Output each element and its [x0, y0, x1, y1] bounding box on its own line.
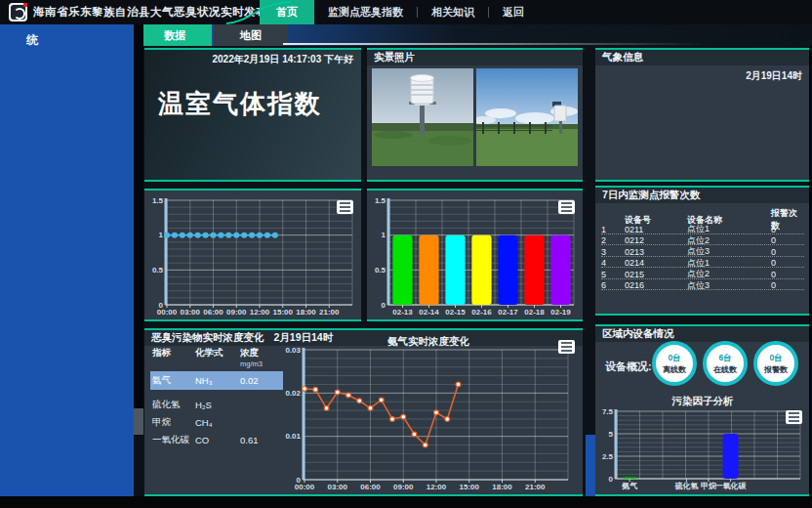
panel-greenhouse-index: 2022年2月19日 14:17:03 下午好 温室气体指数 — [144, 48, 361, 182]
site-photo-1 — [372, 68, 473, 166]
alarm-table-row: 60216点位30 — [601, 279, 804, 291]
stat-online-count: 6台 在线数 — [703, 341, 748, 386]
svg-text:0.01: 0.01 — [285, 432, 301, 441]
svg-text:1: 1 — [382, 231, 386, 239]
chart-menu-icon[interactable] — [558, 340, 575, 354]
svg-text:09:00: 09:00 — [393, 483, 414, 491]
svg-text:5: 5 — [609, 430, 614, 439]
pollution-factor-bar-chart: 02.557.5氨气硫化氢甲烷一氧化碳 — [599, 408, 804, 490]
dashboard-screen: 统 数据 地图 2022年2月19日 14:17:03 下午好 温室气体指数 实… — [0, 0, 812, 508]
odor-row[interactable]: 硫化氢H₂S — [152, 397, 283, 413]
panel-odor-realtime: 恶臭污染物实时浓度变化 2月19日14时 指标 化学式 浓度 mg/m3 氨气N… — [144, 328, 583, 496]
stat-offline-count: 0台 离线数 — [652, 341, 697, 386]
chart-menu-icon[interactable] — [786, 410, 802, 424]
alarm-table-row: 10211点位10 — [601, 223, 804, 234]
svg-text:7.5: 7.5 — [602, 408, 614, 416]
odor-row[interactable]: 氨气NH₃0.02 — [150, 371, 283, 390]
svg-text:氨气: 氨气 — [621, 482, 637, 490]
svg-text:02-13: 02-13 — [392, 308, 413, 317]
odor-unit: mg/m3 — [240, 360, 283, 368]
chart-menu-icon[interactable] — [337, 200, 353, 214]
svg-text:15:00: 15:00 — [460, 483, 480, 491]
svg-text:00:00: 00:00 — [295, 483, 315, 491]
svg-text:1.5: 1.5 — [152, 196, 164, 205]
bottom-bar — [0, 496, 812, 508]
device-overview-label: 设备概况: — [605, 360, 652, 374]
alarm-table-row: 40214点位10 — [601, 257, 804, 269]
current-datetime: 2022年2月19日 14:17:03 下午好 — [212, 53, 353, 66]
svg-text:00:00: 00:00 — [157, 308, 178, 317]
panel-index-trend-chart: 00.511.500:0003:0006:0009:0012:0015:0018… — [144, 189, 361, 321]
svg-text:06:00: 06:00 — [203, 308, 223, 317]
svg-text:21:00: 21:00 — [319, 308, 340, 317]
nav-monitor-odor-index[interactable]: 监测点恶臭指数 — [314, 0, 417, 24]
panel-daily-bar-chart: 00.511.502-1302-1402-1502-1602-1702-1802… — [367, 189, 583, 321]
svg-text:0.5: 0.5 — [152, 266, 164, 275]
svg-text:18:00: 18:00 — [296, 308, 316, 317]
nav-knowledge[interactable]: 相关知识 — [418, 0, 488, 24]
svg-text:0: 0 — [609, 475, 614, 484]
svg-text:12:00: 12:00 — [426, 483, 447, 491]
title-wrap-text: 统 — [26, 32, 38, 49]
panel-live-photos: 实景照片 — [367, 48, 583, 182]
svg-text:02-16: 02-16 — [471, 308, 492, 317]
tab-map[interactable]: 地图 — [214, 24, 288, 46]
odor-row[interactable]: 一氧化碳CO0.61 — [152, 432, 283, 448]
svg-text:0: 0 — [382, 301, 386, 310]
svg-text:02-15: 02-15 — [445, 308, 466, 317]
greenhouse-index-title: 温室气体指数 — [158, 87, 322, 121]
alarm-table-row: 50215点位20 — [601, 268, 804, 279]
svg-text:0.02: 0.02 — [285, 389, 301, 398]
svg-text:06:00: 06:00 — [360, 483, 381, 491]
svg-text:03:00: 03:00 — [181, 308, 201, 317]
ammonia-line-chart: 00.010.020.0300:0003:0006:0009:0012:0015… — [283, 346, 576, 492]
weather-time: 2月19日14时 — [746, 69, 802, 83]
panel-weather-info: 气象信息 2月19日14时 — [595, 48, 810, 182]
svg-text:21:00: 21:00 — [525, 483, 546, 491]
stat-alarm-count: 0台 报警数 — [753, 341, 798, 386]
svg-text:15:00: 15:00 — [273, 308, 294, 317]
svg-text:18:00: 18:00 — [492, 483, 512, 491]
svg-text:02-17: 02-17 — [498, 308, 518, 317]
panel-title: 气象信息 — [595, 50, 810, 65]
panel-title: 实景照片 — [367, 50, 583, 65]
odor-row[interactable]: 甲烷CH₄ — [152, 414, 283, 431]
chart-menu-icon[interactable] — [558, 200, 575, 214]
svg-text:0.5: 0.5 — [375, 266, 386, 275]
site-photo-2 — [476, 68, 578, 166]
svg-text:12:00: 12:00 — [250, 308, 270, 317]
panel-title: 区域内设备情况 — [595, 326, 810, 342]
alarm-table: 设备号 设备名称 报警次数 10211点位1020212点位2030213点位3… — [601, 207, 804, 290]
svg-text:1.5: 1.5 — [375, 196, 386, 205]
top-bar: 海南省乐东黎族自治县大气恶臭状况实时发布系 首页 监测点恶臭指数 相关知识 返回 — [0, 0, 812, 24]
daily-odor-bar-chart: 00.511.502-1302-1402-1502-1602-1702-1802… — [371, 196, 579, 318]
svg-text:硫化氢: 硫化氢 — [673, 482, 698, 490]
svg-text:02-18: 02-18 — [524, 308, 545, 317]
svg-text:0.03: 0.03 — [285, 346, 301, 355]
decor-swoosh — [223, 0, 301, 24]
alarm-table-row: 20212点位20 — [601, 234, 804, 246]
main-nav: 首页 监测点恶臭指数 相关知识 返回 — [260, 0, 538, 24]
panel-title: 7日内监测点报警次数 — [595, 188, 810, 203]
panel-device-status: 区域内设备情况 设备概况: 0台 离线数 6台 在线数 0台 报警数 污染因子分… — [595, 324, 810, 496]
svg-text:1: 1 — [159, 231, 164, 239]
tabbar-underline — [283, 43, 810, 45]
scrollbar-thumb[interactable] — [134, 408, 143, 435]
panel-alarm-table: 7日内监测点报警次数 设备号 设备名称 报警次数 10211点位1020212点… — [595, 186, 810, 316]
svg-text:03:00: 03:00 — [328, 483, 348, 491]
pollution-chart-title: 污染因子分析 — [595, 395, 810, 408]
odor-table: 指标 化学式 浓度 mg/m3 氨气NH₃0.02硫化氢H₂S甲烷CH₄一氧化碳… — [152, 347, 283, 448]
svg-text:02-14: 02-14 — [419, 308, 439, 317]
odor-table-header: 指标 化学式 浓度 — [152, 347, 283, 360]
ghg-index-line-chart: 00.511.500:0003:0006:0009:0012:0015:0018… — [148, 196, 357, 318]
alarm-table-header: 设备号 设备名称 报警次数 — [601, 207, 804, 221]
svg-text:02-19: 02-19 — [550, 308, 571, 317]
svg-text:2.5: 2.5 — [602, 452, 614, 461]
svg-text:一氧化碳: 一氧化碳 — [715, 482, 748, 490]
alarm-table-row: 30213点位30 — [601, 245, 804, 257]
tab-data[interactable]: 数据 — [138, 24, 212, 46]
nav-back[interactable]: 返回 — [489, 0, 538, 24]
vertical-scrollbar[interactable] — [134, 24, 143, 435]
left-blue-background: 统 — [0, 24, 134, 496]
app-logo — [9, 3, 27, 21]
